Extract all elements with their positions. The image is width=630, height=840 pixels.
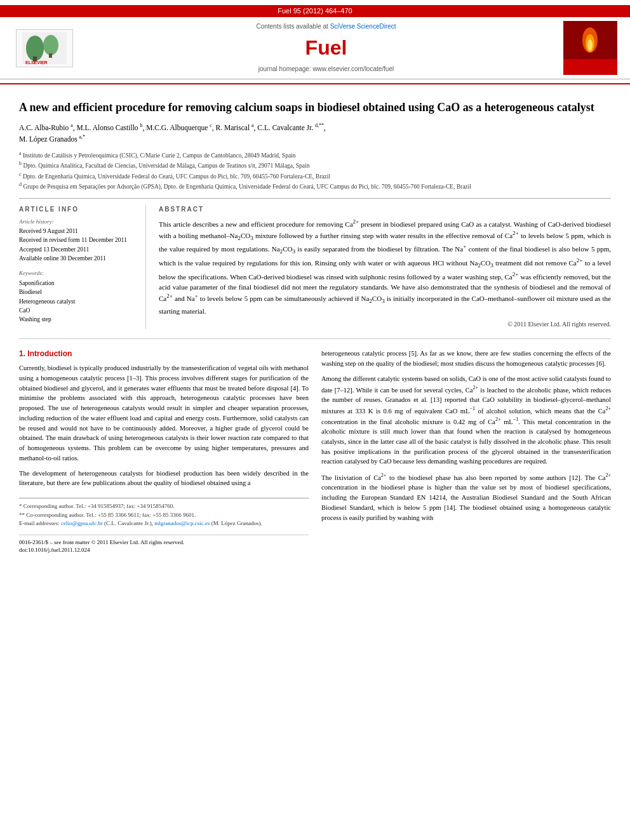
affiliation-b: b Dpto. Química Analítica, Facultad de C… [19, 160, 611, 170]
intro-heading: 1. Introduction [19, 349, 309, 359]
body-right-column: heterogeneous catalytic process [5]. As … [321, 349, 611, 554]
email-note: E-mail addresses: celio@gpsa.ufc.br (C.L… [19, 519, 309, 528]
doi-line: doi:10.1016/j.fuel.2011.12.024 [19, 546, 309, 554]
intro-para-2: The development of heterogeneous catalys… [19, 469, 309, 489]
authors-line: A.C. Alba-Rubio a, M.L. Alonso Castillo … [19, 122, 611, 145]
keyword-1: Saponification [19, 279, 136, 288]
right-para-2: Among the different catalytic systems ba… [321, 374, 611, 467]
article-history: Article history: Received 9 August 2011 … [19, 218, 136, 263]
email-2: mlgranados@icp.csic.es [154, 520, 210, 526]
sciverse-line: Contents lists available at SciVerse Sci… [89, 22, 563, 31]
received-date: Received 9 August 2011 [19, 227, 136, 236]
svg-rect-7 [563, 59, 617, 75]
svg-rect-4 [49, 53, 52, 58]
keyword-2: Biodiesel [19, 288, 136, 297]
section-divider [19, 338, 611, 339]
journal-banner: ELSEVIER Contents lists available at Sci… [0, 17, 630, 79]
abstract-label: ABSTRACT [159, 205, 611, 214]
volume-info: Fuel 95 (2012) 464–470 [278, 7, 352, 15]
journal-title-center: Contents lists available at SciVerse Sci… [89, 22, 563, 74]
article-info-label: ARTICLE INFO [19, 205, 136, 214]
issn-line: 0016-2361/$ – see front matter © 2011 El… [19, 538, 309, 547]
keyword-5: Washing step [19, 316, 136, 324]
svg-point-3 [43, 35, 58, 55]
keyword-3: Heterogeneous catalyst [19, 298, 136, 306]
accepted-date: Accepted 13 December 2011 [19, 246, 136, 254]
received-revised-date: Received in revised form 11 December 201… [19, 236, 136, 244]
journal-title-big: Fuel [89, 34, 563, 62]
journal-homepage: journal homepage: www.elsevier.com/locat… [89, 65, 563, 74]
sciverse-link[interactable]: SciVerse ScienceDirect [330, 23, 396, 30]
affiliations: a Instituto de Catálisis y Petroleoquími… [19, 150, 611, 199]
elsevier-logo-box: ELSEVIER [16, 29, 73, 67]
history-label: Article history: [19, 218, 136, 226]
sciverse-text: Contents lists available at [256, 23, 328, 30]
affiliation-a: a Instituto de Catálisis y Petroleoquími… [19, 150, 611, 160]
authors-text-2: M. López Granados a,* [19, 135, 85, 143]
svg-point-10 [587, 39, 593, 51]
body-columns: 1. Introduction Currently, biodiesel is … [19, 349, 611, 554]
keyword-4: CaO [19, 307, 136, 315]
article-container: A new and efficient procedure for removi… [0, 84, 630, 566]
intro-para-1: Currently, biodiesel is typically produc… [19, 363, 309, 463]
body-left-column: 1. Introduction Currently, biodiesel is … [19, 349, 309, 554]
journal-header: Fuel 95 (2012) 464–470 ELSEVIER Cont [0, 0, 630, 84]
right-para-1: heterogeneous catalytic process [5]. As … [321, 349, 611, 369]
elsevier-logo: ELSEVIER [13, 29, 76, 67]
abstract-text: This article describes a new and efficie… [159, 218, 611, 317]
article-info-column: ARTICLE INFO Article history: Received 9… [19, 205, 146, 330]
email-addresses: celio@gpsa.ufc.br [61, 520, 103, 526]
keywords-label: Keywords: [19, 269, 136, 277]
article-title: A new and efficient procedure for removi… [19, 100, 611, 115]
affiliation-c: c Dpto. de Engenharia Química, Universid… [19, 171, 611, 181]
right-para-3: The lixiviation of Ca2+ to the biodiesel… [321, 472, 611, 523]
double-star-note: ** Co-corresponding author. Tel.: +55 85… [19, 511, 309, 520]
star-note: * Corresponding author. Tel.: +34 915854… [19, 502, 309, 511]
authors-text: A.C. Alba-Rubio a, M.L. Alonso Castillo … [19, 124, 326, 131]
svg-text:ELSEVIER: ELSEVIER [25, 60, 48, 64]
copyright-text: © 2011 Elsevier Ltd. All rights reserved… [159, 320, 611, 329]
footer-notes: * Corresponding author. Tel.: +34 915854… [19, 498, 309, 528]
affiliation-d: d Grupo de Pesquisa em Separações por Ad… [19, 181, 611, 191]
footer-doi: 0016-2361/$ – see front matter © 2011 El… [19, 535, 309, 554]
available-date: Available online 30 December 2011 [19, 255, 136, 263]
email-label: E-mail addresses: [19, 520, 61, 526]
fuel-logo-right: FUEL [563, 21, 617, 75]
svg-text:FUEL: FUEL [581, 63, 600, 70]
abstract-column: ABSTRACT This article describes a new an… [159, 205, 611, 330]
keywords-section: Keywords: Saponification Biodiesel Heter… [19, 269, 136, 324]
journal-top-bar: Fuel 95 (2012) 464–470 [0, 5, 630, 17]
info-abstract-columns: ARTICLE INFO Article history: Received 9… [19, 205, 611, 330]
